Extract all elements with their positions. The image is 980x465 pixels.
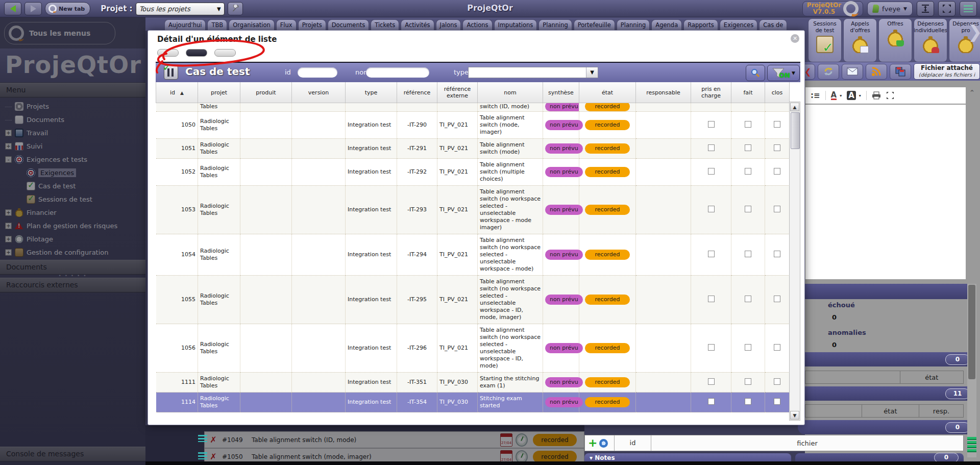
section-bar-linked-b[interactable]: 11 <box>798 386 975 401</box>
tab-projets[interactable]: Projets <box>298 19 326 31</box>
expander-plus-icon[interactable]: + <box>5 209 12 216</box>
tab-imputations[interactable]: Imputations <box>494 19 537 31</box>
highlight-color-button[interactable]: A <box>847 91 856 100</box>
tab-sessions-de-test[interactable]: Sessionsde test <box>808 18 842 62</box>
right-scrollbar[interactable] <box>967 284 976 457</box>
checkbox[interactable] <box>774 378 780 385</box>
filter-type-select[interactable]: ▼ <box>468 67 598 78</box>
tab-offres[interactable]: Offres <box>878 18 912 62</box>
expander-minus-icon[interactable]: - <box>5 156 12 163</box>
tab-appels-d-offres[interactable]: Appelsd'offres <box>843 18 877 62</box>
column-header-type[interactable]: type <box>346 82 397 103</box>
checkbox[interactable] <box>708 344 715 351</box>
column-header-synth-se[interactable]: synthèse <box>543 82 579 103</box>
checkbox[interactable] <box>774 251 780 257</box>
column-header-r-f-rence[interactable]: référence <box>397 82 437 103</box>
fullscreen-button[interactable] <box>938 1 955 16</box>
column-header-pris-en-charge[interactable]: pris en charge <box>691 82 731 103</box>
save-button[interactable] <box>890 64 911 80</box>
scroll-up-button[interactable]: ▲ <box>790 103 799 111</box>
send-mail-button[interactable] <box>842 64 863 80</box>
checkbox[interactable] <box>708 251 715 257</box>
list-icon[interactable]: :≡ <box>811 91 820 100</box>
tab-documents[interactable]: Documents <box>328 19 370 31</box>
checkbox[interactable] <box>745 121 751 128</box>
checkbox[interactable] <box>745 206 751 212</box>
sidebar-item-documents[interactable]: Documents <box>0 113 145 126</box>
checkbox[interactable] <box>745 378 751 385</box>
tab-exigences[interactable]: Exigences <box>720 19 757 31</box>
table-row-1051[interactable]: 1051Radiologic TablesIntegration test-IT… <box>156 139 790 159</box>
section-header-shortcuts[interactable]: Raccourcis externes <box>0 278 145 292</box>
filter-on-button[interactable]: ON ▼ <box>767 65 800 81</box>
sidebar-item-suivi[interactable]: +Suivi <box>0 139 145 153</box>
checkbox[interactable] <box>774 168 780 175</box>
checkbox[interactable] <box>708 206 715 212</box>
checkbox[interactable] <box>774 296 780 302</box>
column-header-version[interactable]: version <box>292 82 346 103</box>
checkbox[interactable] <box>745 168 751 175</box>
checkbox[interactable] <box>774 144 780 151</box>
add-attachment-button[interactable]: + <box>588 438 597 448</box>
column-header-clos[interactable]: clos <box>765 82 790 103</box>
expander-plus-icon[interactable]: + <box>5 249 12 256</box>
section-bar-results[interactable] <box>798 284 975 299</box>
tab-planning[interactable]: Planning <box>617 19 650 31</box>
expander-plus-icon[interactable]: + <box>5 236 12 242</box>
column-header-fait[interactable]: fait <box>731 82 765 103</box>
close-dialog-button[interactable]: ✕ <box>791 34 799 43</box>
mini-button-3[interactable] <box>214 49 236 57</box>
filter-nom-input[interactable] <box>366 67 429 78</box>
table-row-1050[interactable]: 1050Radiologic TablesIntegration test-IT… <box>156 112 790 139</box>
back-button[interactable] <box>4 2 21 15</box>
sidebar-item-cas-de-test[interactable]: Cas de test <box>0 179 145 192</box>
sidebar-item-gestion-de-configuration[interactable]: +Gestion de configuration <box>0 246 145 259</box>
filter-id-input[interactable] <box>298 67 337 78</box>
table-row[interactable]: Tablesswitch (ID, mode)non prévurecorded <box>156 103 790 112</box>
checkbox[interactable] <box>774 206 780 212</box>
tab-jalons[interactable]: Jalons <box>436 19 461 31</box>
mini-button-1[interactable] <box>157 49 179 57</box>
table-row-1055[interactable]: 1055Radiologic TablesIntegration test-IT… <box>156 276 790 324</box>
tab-d-penses-individuelles[interactable]: Dépensesindividuelles <box>914 18 947 62</box>
sidebar-item-exigences[interactable]: Exigences <box>0 166 145 179</box>
all-menus-button[interactable]: Tous les menus <box>4 22 115 44</box>
mini-button-2[interactable] <box>186 49 207 57</box>
tab-planning[interactable]: Planning <box>538 19 572 31</box>
table-scrollbar[interactable]: ▲ ▼ <box>789 102 800 421</box>
checkbox[interactable] <box>708 168 715 175</box>
table-row-1053[interactable]: 1053Radiologic TablesIntegration test-IT… <box>156 186 790 234</box>
rss-button[interactable] <box>866 64 887 80</box>
tab-tickets[interactable]: Tickets <box>371 19 399 31</box>
expander-plus-icon[interactable]: + <box>5 223 12 229</box>
column-header-tat[interactable]: état <box>579 82 636 103</box>
checkbox[interactable] <box>708 144 715 151</box>
tab-tbb[interactable]: TBB <box>207 19 227 31</box>
tab-organisation[interactable]: Organisation <box>229 19 274 31</box>
new-tab-button[interactable]: New tab <box>45 2 90 15</box>
sidebar-item-financier[interactable]: +Financier <box>0 206 145 219</box>
sidebar-item-projets[interactable]: Projets <box>0 100 145 113</box>
tab-rapports[interactable]: Rapports <box>683 19 718 31</box>
table-row-1054[interactable]: 1054Radiologic TablesIntegration test-IT… <box>156 234 790 276</box>
tab-aujourd-hui[interactable]: Aujourd'hui <box>164 19 206 31</box>
tabs-overflow-chevron-icon[interactable]: ❯ <box>968 21 980 42</box>
checkbox[interactable] <box>745 398 751 405</box>
sidebar-item-pilotage[interactable]: +Pilotage <box>0 232 145 246</box>
column-header-produit[interactable]: produit <box>240 82 292 103</box>
table-row-1052[interactable]: 1052Radiologic TablesIntegration test-IT… <box>156 159 790 186</box>
expander-plus-icon[interactable]: + <box>5 143 12 150</box>
checkbox[interactable] <box>745 251 751 257</box>
section-bar-linked-a[interactable]: 0 <box>798 352 975 366</box>
checkbox[interactable] <box>774 121 780 128</box>
tab-agenda[interactable]: Agenda <box>651 19 682 31</box>
table-row-1056[interactable]: 1056Radiologic TablesIntegration test-IT… <box>156 324 790 373</box>
checkbox[interactable] <box>745 144 751 151</box>
checkbox[interactable] <box>708 378 715 385</box>
section-header-documents[interactable]: Documents <box>0 260 145 275</box>
description-area[interactable] <box>805 104 966 280</box>
scroll-up-icon[interactable]: ⌃ <box>969 89 975 96</box>
checkbox[interactable] <box>745 296 751 302</box>
expand-editor-icon[interactable] <box>886 91 894 100</box>
refresh-button[interactable] <box>818 64 839 80</box>
